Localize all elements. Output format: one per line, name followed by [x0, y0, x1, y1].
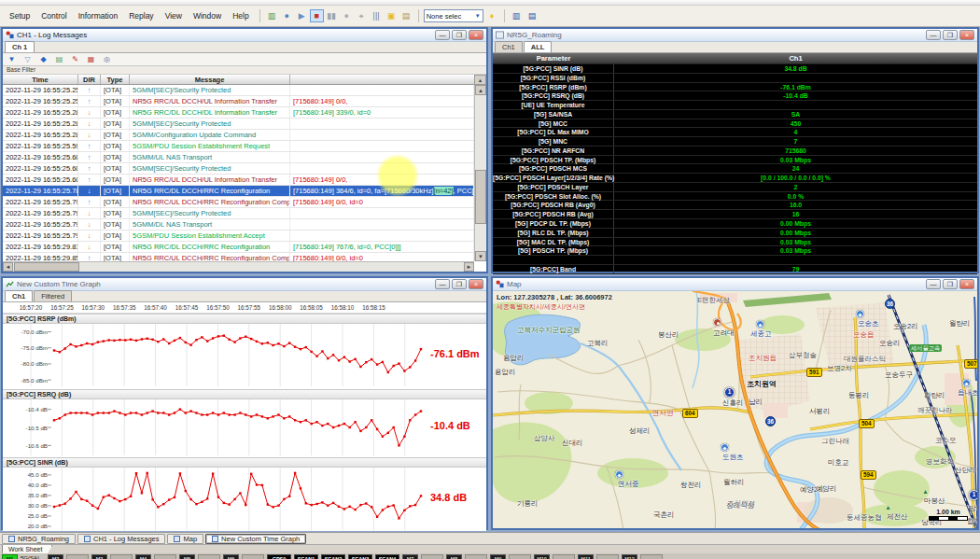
globe-icon[interactable]: ●	[280, 9, 294, 22]
tile-vertical-icon[interactable]: ▥	[510, 9, 524, 22]
log-row[interactable]: 2022-11-29 16:55:29.812↓[OTA]NR5G RRC/DL…	[3, 242, 474, 253]
pin-icon[interactable]: ◆	[37, 54, 49, 65]
log-vertical-scrollbar[interactable]: ▲ ▼	[474, 85, 486, 261]
log-row[interactable]: 2022-11-29 16:55:25.284↓[OTA]5GMM/Config…	[3, 130, 474, 141]
minimize-button[interactable]: —	[435, 30, 450, 40]
log-row[interactable]: 2022-11-29 16:55:29.850↑[OTA]NR5G RRC/UL…	[3, 253, 474, 261]
restore-button[interactable]: ❐	[943, 30, 958, 40]
sync-icon[interactable]: ▤	[399, 9, 413, 22]
graph-window-titlebar[interactable]: New Custom Time Graph —❐×	[3, 278, 486, 291]
log-row[interactable]: 2022-11-29 16:55:25.259↑[OTA]NR5G RRC/UL…	[3, 96, 474, 107]
mobile-tile-m9[interactable]: M9	[490, 554, 506, 559]
mobile-tile-m7[interactable]: M7	[402, 554, 418, 559]
log-row[interactable]: 2022-11-29 16:55:25.600↑[OTA]5GMM/UL NAS…	[3, 152, 474, 163]
scroll-up-icon[interactable]: ▲	[475, 85, 486, 95]
export-icon[interactable]: ▦	[85, 54, 97, 65]
restore-button[interactable]: ❐	[452, 30, 467, 40]
filter-icon[interactable]: ▼	[6, 54, 18, 65]
mobile-tile-m2[interactable]: M2	[48, 554, 63, 559]
marker-pen-icon[interactable]: ✎	[69, 54, 81, 65]
log-message: NR5G RRC/DL DCCH/RRC Reconfiguration	[130, 186, 290, 196]
menu-view[interactable]: View	[160, 8, 188, 23]
log-row[interactable]: 2022-11-29 16:55:25.259↑[OTA]5GMM[SEC]/S…	[3, 85, 474, 96]
menu-window[interactable]: Window	[188, 8, 227, 23]
restore-button[interactable]: ❐	[452, 279, 467, 289]
mountain-icon: ▲	[885, 504, 891, 510]
menu-help[interactable]: Help	[227, 8, 254, 23]
log-horizontal-scrollbar[interactable]: ◄ ►	[3, 261, 474, 272]
record-stop-icon[interactable]: ■	[310, 9, 324, 22]
tab-ch1[interactable]: Ch 1	[5, 41, 35, 52]
map-canvas[interactable]: 고복저수지군립공원고복리봉산리고려대용암리용암리연서면성제리신흥리E편한세상조치…	[493, 291, 977, 528]
mobile-tile-m10[interactable]: M10	[534, 554, 550, 559]
play-icon[interactable]: ▶	[295, 9, 309, 22]
column-header-DIR[interactable]: DIR	[78, 75, 101, 84]
log-row[interactable]: 2022-11-29 16:55:25.796↓[OTA]5GMM[SEC]/S…	[3, 208, 474, 219]
mobile-tile-m4[interactable]: M4	[135, 554, 151, 559]
pause-icon[interactable]: ▮▮	[325, 9, 339, 22]
close-button[interactable]: ×	[959, 30, 974, 40]
roaming-window-titlebar[interactable]: NR5G_Roaming —❐×	[493, 29, 977, 42]
minimize-button[interactable]: —	[435, 279, 450, 289]
device-select-dropdown[interactable]: None selec ▼	[424, 9, 483, 22]
window-tab-map[interactable]: Map	[167, 534, 203, 544]
standby-icon[interactable]: ●	[340, 9, 354, 22]
ue-status-icon[interactable]: ▥	[265, 9, 279, 22]
alert-bell-icon[interactable]: ♦	[485, 9, 499, 22]
mobile-tile-m3[interactable]: M3	[91, 554, 107, 559]
menu-control[interactable]: Control	[35, 8, 72, 23]
filter-edit-icon[interactable]: ▽	[21, 54, 34, 65]
scroll-left-icon[interactable]: ◄	[3, 262, 13, 272]
scroll-thumb[interactable]	[475, 170, 486, 224]
restore-button[interactable]: ❐	[943, 279, 958, 289]
menu-information[interactable]: Information	[73, 8, 124, 23]
log-row[interactable]: 2022-11-29 16:55:25.785↓[OTA]NR5G RRC/DL…	[3, 186, 474, 197]
tile-horizontal-icon[interactable]: ▤	[525, 9, 539, 22]
window-tab-nr5g-roaming[interactable]: NR5G_Roaming	[2, 534, 76, 544]
tab-filtered[interactable]: Filtered	[34, 290, 72, 301]
scroll-down-icon[interactable]: ▼	[475, 251, 486, 261]
log-row[interactable]: 2022-11-29 16:55:25.600↑[OTA]5GMM[SEC]/S…	[3, 163, 474, 175]
lock-icon[interactable]: ▣	[385, 9, 399, 22]
tab-ch1[interactable]: Ch1	[495, 41, 523, 52]
minimize-button[interactable]: —	[926, 30, 941, 40]
mobile-tile-m5[interactable]: M5	[179, 554, 195, 559]
tab-ch1[interactable]: Ch1	[5, 290, 33, 301]
scroll-up-icon[interactable]: ▲	[474, 75, 486, 85]
log-row[interactable]: 2022-11-29 16:55:25.283↓[OTA]NR5G RRC/DL…	[3, 107, 474, 119]
log-row[interactable]: 2022-11-29 16:55:25.600↑[OTA]NR5G RRC/UL…	[3, 175, 474, 186]
map-window-titlebar[interactable]: Map —❐×	[493, 278, 977, 291]
close-button[interactable]: ×	[469, 30, 483, 40]
mobile-tile-m11[interactable]: M11	[578, 554, 594, 559]
scroll-thumb[interactable]	[14, 262, 79, 272]
minimize-button[interactable]: —	[926, 279, 941, 289]
menu-setup[interactable]: Setup	[4, 8, 35, 23]
menu-replay[interactable]: Replay	[123, 8, 159, 23]
log-time: 2022-11-29 16:55:25.796	[3, 197, 78, 207]
route-badge: 604	[682, 409, 698, 418]
scroll-right-icon[interactable]: ►	[464, 262, 474, 272]
close-button[interactable]: ×	[959, 279, 974, 289]
log-row[interactable]: 2022-11-29 16:55:25.796↓[OTA]5GSM/PDU Se…	[3, 231, 474, 242]
mobile-tile-m1[interactable]: M1	[2, 554, 18, 559]
log-window-titlebar[interactable]: CH1 - Log Messages —❐×	[3, 29, 486, 42]
close-button[interactable]: ×	[469, 279, 483, 289]
equalizer-icon[interactable]: |||	[370, 9, 384, 22]
window-tab-new-custom-time-graph[interactable]: New Custom Time Graph	[205, 534, 306, 544]
column-header-Message[interactable]: Message	[130, 75, 290, 84]
window-tab-ch1-log-messages[interactable]: CH1 - Log Messages	[77, 534, 165, 544]
layers-icon[interactable]: ▤	[53, 54, 65, 65]
log-row[interactable]: 2022-11-29 16:55:25.599↑[OTA]5GSM/PDU Se…	[3, 141, 474, 152]
tab-all[interactable]: ALL	[524, 41, 553, 52]
find-icon[interactable]: ◎	[101, 54, 113, 65]
mobile-tile-m12[interactable]: M12	[622, 554, 637, 559]
column-header-Type[interactable]: Type	[101, 75, 130, 84]
antenna-icon[interactable]: ⌖	[355, 9, 369, 22]
mobile-tile-m8[interactable]: M8	[446, 554, 462, 559]
log-row[interactable]: 2022-11-29 16:55:25.284↓[OTA]5GMM[SEC]/S…	[3, 119, 474, 130]
log-row[interactable]: 2022-11-29 16:55:25.796↓[OTA]5GMM/DL NAS…	[3, 219, 474, 231]
log-row[interactable]: 2022-11-29 16:55:25.796↑[OTA]NR5G RRC/UL…	[3, 197, 474, 208]
mobile-tile-m6[interactable]: M6	[223, 554, 239, 559]
column-header-detail[interactable]	[290, 75, 486, 84]
column-header-Time[interactable]: Time	[3, 75, 78, 84]
